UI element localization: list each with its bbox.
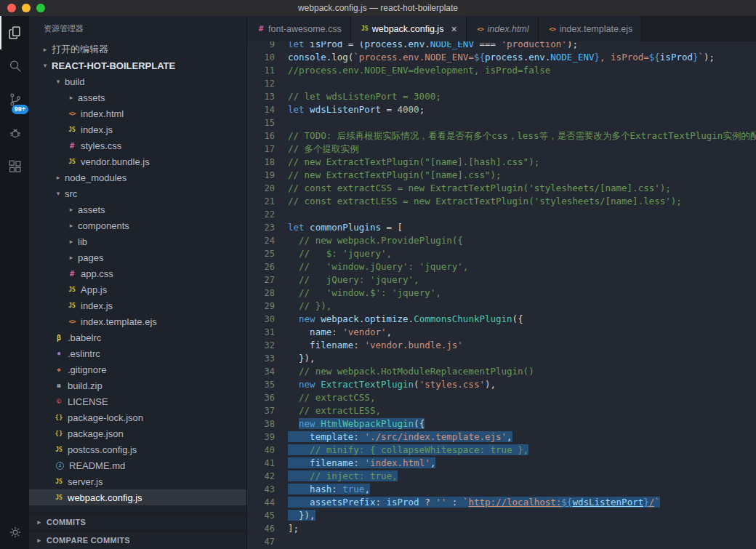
tree-item-assets[interactable]: ▸assets	[29, 201, 246, 217]
close-window-button[interactable]	[7, 4, 16, 12]
tree-item-components[interactable]: ▸components	[29, 217, 246, 233]
tree-item-build-zip[interactable]: ■build.zip	[29, 377, 246, 393]
eslint-file-icon: ●	[54, 350, 64, 356]
tree-item-postcss-config-js[interactable]: JSpostcss.config.js	[29, 441, 246, 457]
activity-debug-button[interactable]	[0, 116, 29, 150]
tree-item-readme-md[interactable]: iREADME.md	[29, 457, 246, 473]
tree-item-license[interactable]: ©LICENSE	[29, 393, 246, 409]
tree-item-server-js[interactable]: JSserver.js	[29, 473, 246, 489]
tree-item-gitignore[interactable]: ◆.gitignore	[29, 361, 246, 377]
tree-item-label: .eslintrc	[68, 348, 100, 359]
tree-item-app-js[interactable]: JSApp.js	[29, 281, 246, 297]
code-line-text[interactable]: let commonPlugins = [	[288, 221, 403, 234]
tree-item-assets[interactable]: ▸assets	[29, 89, 246, 105]
code-line-text[interactable]: // const extractCSS = new ExtractTextPlu…	[288, 182, 671, 195]
panel-compare-commits[interactable]: ▸ COMPARE COMMITS	[29, 531, 246, 549]
tree-item-label: styles.css	[81, 140, 121, 151]
tree-item-lib[interactable]: ▸lib	[29, 233, 246, 249]
tree-item-styles-css[interactable]: #styles.css	[29, 137, 246, 153]
tree-item-index-template-ejs[interactable]: <>index.template.ejs	[29, 313, 246, 329]
activity-source-control-button[interactable]: 99+	[0, 83, 29, 116]
tree-item-package-lock-json[interactable]: {}package-lock.json	[29, 409, 246, 425]
tab-index-html[interactable]: <>index.html	[467, 16, 539, 41]
code-line-text[interactable]: // new webpack.ProvidePlugin({	[288, 234, 463, 247]
code-line-text[interactable]: // extractCSS,	[288, 391, 375, 404]
code-line-text[interactable]: // new ExtractTextPlugin("[name].css");	[288, 169, 502, 182]
code-line-text[interactable]: // new webpack.HotModuleReplacementPlugi…	[288, 365, 534, 378]
code-line-text[interactable]: // new ExtractTextPlugin("[name].[hash].…	[288, 156, 539, 169]
tree-item-webpack-config-js[interactable]: JSwebpack.config.js	[29, 489, 246, 505]
code-line: 19// new ExtractTextPlugin("[name].css")…	[247, 169, 756, 182]
code-editor[interactable]: 9let isProd = (process.env.NODE_ENV === …	[247, 41, 756, 549]
code-line-text[interactable]: name: 'vendor',	[288, 326, 392, 339]
code-line-text[interactable]: hash: true,	[288, 483, 370, 496]
zoom-window-button[interactable]	[36, 4, 45, 12]
tree-item-src[interactable]: ▾src	[29, 185, 246, 201]
code-line-text[interactable]: filename: 'index.html',	[288, 457, 435, 470]
code-line-text[interactable]: let isProd = (process.env.NODE_ENV === '…	[288, 41, 578, 51]
code-line-text[interactable]: new ExtractTextPlugin('styles.css'),	[288, 378, 496, 391]
code-area: 9let isProd = (process.env.NODE_ENV === …	[247, 41, 756, 548]
code-line-text[interactable]: // 'window.$': 'jquery',	[288, 286, 441, 300]
tree-item-label: webpack.config.js	[68, 492, 142, 503]
code-line-text[interactable]: new webpack.optimize.CommonsChunkPlugin(…	[288, 313, 523, 326]
code-line-text[interactable]: // extractLESS,	[288, 404, 381, 417]
tree-item-label: assets	[78, 92, 105, 103]
code-line-text[interactable]: // minify: { collapseWhitespace: true },	[288, 444, 528, 457]
tree-item-app-css[interactable]: #app.css	[29, 265, 246, 281]
code-line-text[interactable]: // 'window.jQuery': 'jquery',	[288, 260, 468, 273]
code-line-text[interactable]: new HtmlWebpackPlugin({	[288, 417, 425, 430]
code-line-text[interactable]: // const extractLESS = new ExtractTextPl…	[288, 195, 682, 208]
code-line-text[interactable]: }),	[288, 509, 315, 522]
tree-item-pages[interactable]: ▸pages	[29, 249, 246, 265]
code-line: 35 new ExtractTextPlugin('styles.css'),	[247, 378, 756, 391]
code-line: 24 // new webpack.ProvidePlugin({	[247, 234, 756, 247]
code-line-text[interactable]: template: './src/index.template.ejs',	[288, 430, 512, 444]
close-icon[interactable]: ×	[451, 24, 457, 34]
code-line-text[interactable]: ];	[288, 522, 299, 535]
tree-item-node-modules[interactable]: ▸node_modules	[29, 169, 246, 185]
code-line-text[interactable]: // jQuery: 'jquery',	[288, 273, 419, 286]
tree-item-vendor-bundle-js[interactable]: JSvendor.bundle.js	[29, 153, 246, 169]
activity-search-button[interactable]	[0, 49, 29, 83]
tree-item-eslintrc[interactable]: ●.eslintrc	[29, 345, 246, 361]
line-number: 26	[247, 260, 275, 273]
code-line-text[interactable]: // }),	[288, 300, 331, 313]
tree-item-index-html[interactable]: <>index.html	[29, 105, 246, 121]
code-line-text[interactable]: //process.env.NODE_ENV=development, isPr…	[288, 64, 550, 77]
tree-item-build[interactable]: ▾build	[29, 73, 246, 89]
tab-font-awesome-css[interactable]: #font-awesome.css	[247, 16, 351, 41]
code-line-text[interactable]: // 多个提取实例	[288, 143, 359, 156]
code-line-text[interactable]: }),	[288, 352, 315, 365]
tree-item-label: index.template.ejs	[81, 316, 157, 327]
code-line: 47	[247, 535, 756, 548]
tree-item-package-json[interactable]: {}package.json	[29, 425, 246, 441]
code-line-text[interactable]: assetsPrefix: isProd ? '' : `http://loca…	[288, 496, 660, 509]
code-line-text[interactable]: filename: 'vendor.bundle.js'	[288, 339, 463, 352]
tree-item-babelrc[interactable]: β.babelrc	[29, 329, 246, 345]
search-icon	[7, 58, 23, 74]
tab-label: font-awesome.css	[268, 24, 342, 34]
title-bar[interactable]: webpack.config.js — react-hot-boilerplat…	[0, 0, 756, 16]
code-line: 13// let wdsListenPort = 3000;	[247, 90, 756, 103]
chevron-right-icon: ▸	[54, 174, 63, 181]
code-line-text[interactable]: // TODO: 后续再根据实际情况，看看是否有多个css，less等，是否需要…	[288, 129, 756, 143]
tree-item-打开的编辑器[interactable]: ▸打开的编辑器	[29, 41, 246, 57]
code-line-text[interactable]: // let wdsListenPort = 3000;	[288, 90, 441, 103]
tab-webpack-config-js[interactable]: JSwebpack.config.js×	[351, 16, 467, 41]
activity-explorer-button[interactable]	[0, 16, 29, 49]
activity-extensions-button[interactable]	[0, 150, 29, 183]
code-line-text[interactable]: console.log(`process.env.NODE_ENV=${proc…	[288, 51, 715, 64]
settings-button[interactable]	[0, 516, 29, 549]
code-line-text[interactable]: // $: 'jquery',	[288, 247, 392, 260]
tab-index-template-ejs[interactable]: <>index.template.ejs	[539, 16, 643, 41]
code-line-text[interactable]: let wdsListenPort = 4000;	[288, 103, 425, 116]
minimize-window-button[interactable]	[22, 4, 31, 12]
panel-commits[interactable]: ▸ COMMITS	[29, 513, 246, 531]
tree-item-index-js[interactable]: JSindex.js	[29, 297, 246, 313]
code-line-text[interactable]: // inject: true,	[288, 470, 398, 483]
code-line: 10console.log(`process.env.NODE_ENV=${pr…	[247, 51, 756, 64]
tree-item-index-js[interactable]: JSindex.js	[29, 121, 246, 137]
tree-item-react-hot-boilerplate[interactable]: ▾REACT-HOT-BOILERPLATE	[29, 57, 246, 73]
code-line: 42 // inject: true,	[247, 470, 756, 483]
